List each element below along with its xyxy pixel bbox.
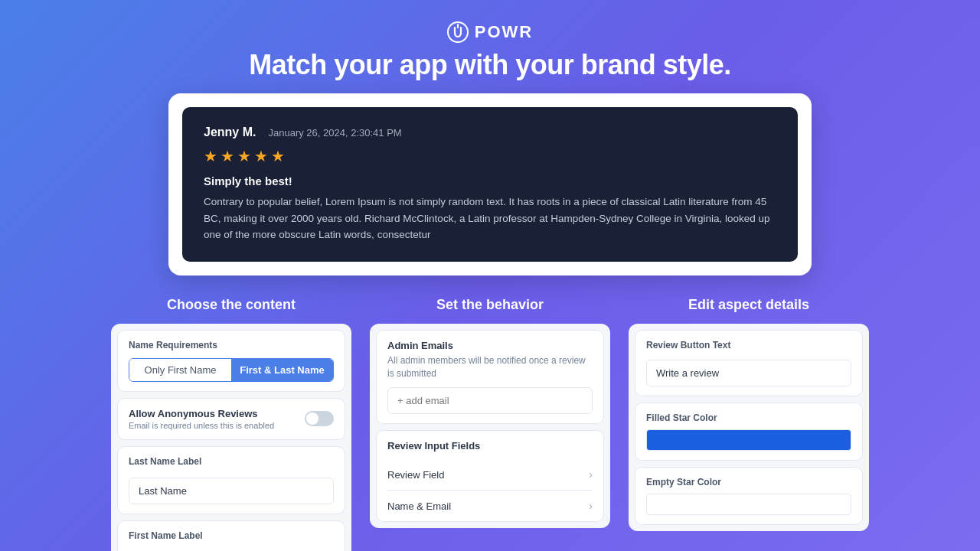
empty-star-label: Empty Star Color xyxy=(646,477,851,487)
empty-star-color-section: Empty Star Color xyxy=(635,467,863,525)
name-requirements-label: Name Requirements xyxy=(129,340,334,350)
powr-logo-icon xyxy=(447,21,469,43)
reviewer-name: Jenny M. xyxy=(204,126,256,139)
last-name-input[interactable] xyxy=(129,478,334,504)
behavior-panel: Set the behavior Admin Emails All admin … xyxy=(370,297,610,529)
star-4: ★ xyxy=(254,147,268,165)
review-button-text-section: Review Button Text xyxy=(635,330,863,396)
panels-container: Choose the content Name Requirements Onl… xyxy=(111,297,869,551)
star-1: ★ xyxy=(204,147,217,165)
page-headline: Match your app with your brand style. xyxy=(249,49,731,81)
review-btn-text-input[interactable] xyxy=(646,360,851,386)
allow-anon-label-group: Allow Anonymous Reviews Email is require… xyxy=(129,408,274,430)
filled-star-color-section: Filled Star Color xyxy=(635,403,863,461)
aspect-panel: Edit aspect details Review Button Text F… xyxy=(629,297,869,531)
name-email-chevron-icon: › xyxy=(589,500,593,512)
admin-emails-section: Admin Emails All admin members will be n… xyxy=(376,330,604,425)
behavior-panel-card: Admin Emails All admin members will be n… xyxy=(370,324,610,529)
review-card: Jenny M. January 26, 2024, 2:30:41 PM ★ … xyxy=(182,107,798,262)
allow-anon-sub: Email is required unless this is enabled xyxy=(129,421,274,430)
review-field-row[interactable]: Review Field › xyxy=(387,459,593,491)
content-panel-card: Name Requirements Only First Name First … xyxy=(111,324,351,551)
first-name-section-label: First Name Label xyxy=(129,530,334,541)
review-field-chevron-icon: › xyxy=(589,468,593,481)
review-meta: Jenny M. January 26, 2024, 2:30:41 PM xyxy=(204,126,776,139)
review-btn-text-label: Review Button Text xyxy=(646,340,851,350)
review-title: Simply the best! xyxy=(204,174,776,187)
content-panel: Choose the content Name Requirements Onl… xyxy=(111,297,351,551)
review-date: January 26, 2024, 2:30:41 PM xyxy=(268,127,401,139)
allow-anon-toggle[interactable] xyxy=(305,411,334,426)
allow-anon-row: Allow Anonymous Reviews Email is require… xyxy=(129,408,334,430)
last-name-label-section: Last Name Label xyxy=(117,446,345,514)
star-3: ★ xyxy=(237,147,251,165)
only-first-name-button[interactable]: Only First Name xyxy=(129,359,231,381)
allow-anon-section: Allow Anonymous Reviews Email is require… xyxy=(117,398,345,440)
aspect-panel-card: Review Button Text Filled Star Color Emp… xyxy=(629,324,869,531)
star-rating: ★ ★ ★ ★ ★ xyxy=(204,147,776,165)
filled-star-label: Filled Star Color xyxy=(646,412,851,423)
logo-row: POWR xyxy=(447,21,533,43)
first-name-label-section: First Name Label xyxy=(117,520,345,551)
preview-wrapper: Jenny M. January 26, 2024, 2:30:41 PM ★ … xyxy=(168,93,812,276)
review-input-fields-section: Review Input Fields Review Field › Name … xyxy=(376,430,604,522)
name-email-field-row[interactable]: Name & Email › xyxy=(387,491,593,512)
last-name-section-label: Last Name Label xyxy=(129,456,334,467)
content-panel-title: Choose the content xyxy=(167,297,296,313)
review-body: Contrary to popular belief, Lorem Ipsum … xyxy=(204,194,776,243)
star-5: ★ xyxy=(271,147,285,165)
admin-emails-desc: All admin members will be notified once … xyxy=(387,354,593,380)
review-input-fields-title: Review Input Fields xyxy=(387,440,593,452)
aspect-panel-title: Edit aspect details xyxy=(688,297,809,313)
admin-emails-title: Admin Emails xyxy=(387,340,593,351)
logo-text: POWR xyxy=(475,22,533,42)
behavior-panel-title: Set the behavior xyxy=(436,297,544,313)
name-requirements-toggle-group: Only First Name First & Last Name xyxy=(129,358,334,382)
name-email-field-label: Name & Email xyxy=(387,500,451,512)
first-last-name-button[interactable]: First & Last Name xyxy=(231,359,333,381)
star-2: ★ xyxy=(220,147,234,165)
header: POWR Match your app with your brand styl… xyxy=(249,0,731,81)
name-requirements-section: Name Requirements Only First Name First … xyxy=(117,330,345,392)
add-email-input[interactable] xyxy=(387,387,593,414)
allow-anon-label: Allow Anonymous Reviews xyxy=(129,408,274,419)
review-field-label: Review Field xyxy=(387,469,444,481)
filled-star-color-swatch[interactable] xyxy=(646,429,851,451)
empty-star-color-swatch[interactable] xyxy=(646,494,851,515)
